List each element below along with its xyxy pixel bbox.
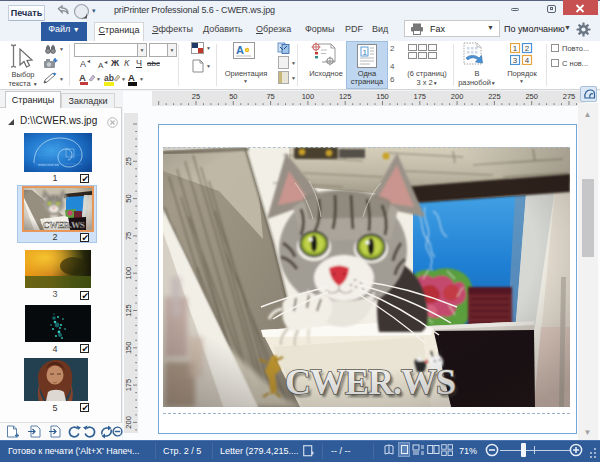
svg-text:25: 25 [124,157,133,165]
svg-text:150: 150 [124,342,133,355]
svg-text:75: 75 [124,232,133,240]
svg-text:175: 175 [414,92,427,101]
svg-text:50: 50 [124,194,133,202]
svg-text:125: 125 [124,304,133,317]
svg-text:100: 100 [124,267,133,280]
svg-text:125: 125 [339,92,352,101]
svg-text:1: 1 [363,48,368,57]
svg-text:4: 4 [525,56,530,65]
svg-text:2: 2 [525,44,530,53]
svg-text:1: 1 [513,44,518,53]
svg-text:225: 225 [488,92,501,101]
svg-text:A: A [236,44,244,56]
svg-text:200: 200 [124,416,133,429]
svg-text:www.cwer.ws: www.cwer.ws [38,163,59,167]
svg-text:175: 175 [124,379,133,392]
svg-text:150: 150 [376,92,389,101]
svg-text:50: 50 [229,92,237,101]
svg-text:200: 200 [451,92,464,101]
svg-text:75: 75 [266,92,274,101]
svg-text:275: 275 [563,92,576,101]
svg-text:250: 250 [525,92,538,101]
svg-text:25: 25 [192,92,200,101]
svg-text:3: 3 [513,56,518,65]
svg-text:100: 100 [302,92,315,101]
